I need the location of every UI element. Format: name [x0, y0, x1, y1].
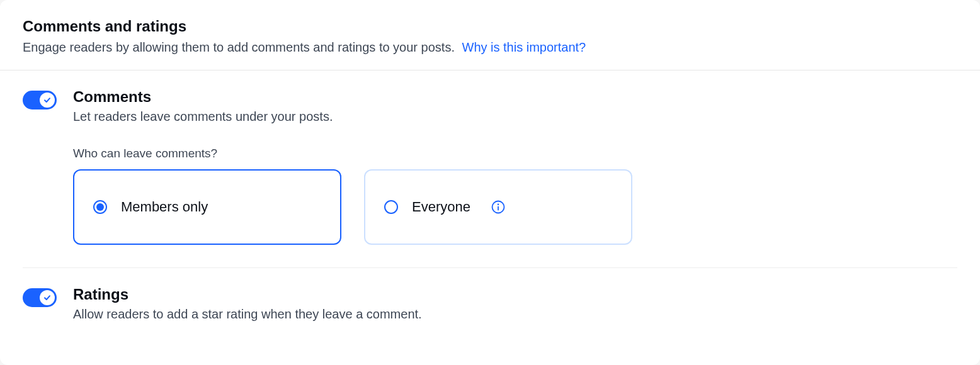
comments-ratings-panel: Comments and ratings Engage readers by a… — [0, 0, 980, 365]
ratings-body: Ratings Allow readers to add a star rati… — [73, 286, 957, 322]
comments-section: Comments Let readers leave comments unde… — [0, 70, 980, 267]
who-can-comment-label: Who can leave comments? — [73, 147, 957, 160]
toggle-knob — [40, 290, 55, 305]
ratings-section: Ratings Allow readers to add a star rati… — [23, 267, 957, 339]
who-can-comment-options: Members only Everyone — [73, 169, 957, 245]
option-members-only[interactable]: Members only — [73, 169, 341, 245]
comments-body: Comments Let readers leave comments unde… — [73, 88, 957, 267]
ratings-title: Ratings — [73, 286, 957, 303]
radio-icon — [93, 200, 107, 214]
info-icon[interactable] — [491, 199, 506, 215]
option-members-only-label: Members only — [121, 199, 208, 215]
panel-title: Comments and ratings — [23, 18, 957, 35]
ratings-desc: Allow readers to add a star rating when … — [73, 307, 957, 322]
comments-desc: Let readers leave comments under your po… — [73, 110, 957, 124]
svg-point-1 — [498, 204, 499, 206]
why-important-link[interactable]: Why is this important? — [462, 40, 586, 54]
check-icon — [43, 294, 51, 301]
option-everyone-label: Everyone — [412, 199, 470, 215]
toggle-knob — [40, 93, 55, 108]
check-icon — [43, 96, 51, 104]
panel-subtitle: Engage readers by allowing them to add c… — [23, 40, 455, 54]
radio-icon — [384, 200, 398, 214]
ratings-toggle[interactable] — [23, 288, 57, 307]
who-can-comment-block: Who can leave comments? Members only Eve… — [73, 147, 957, 267]
option-everyone[interactable]: Everyone — [364, 169, 632, 245]
svg-rect-2 — [498, 206, 499, 211]
panel-subtitle-row: Engage readers by allowing them to add c… — [23, 40, 957, 55]
comments-title: Comments — [73, 88, 957, 106]
panel-header: Comments and ratings Engage readers by a… — [0, 0, 980, 70]
comments-toggle[interactable] — [23, 91, 57, 110]
